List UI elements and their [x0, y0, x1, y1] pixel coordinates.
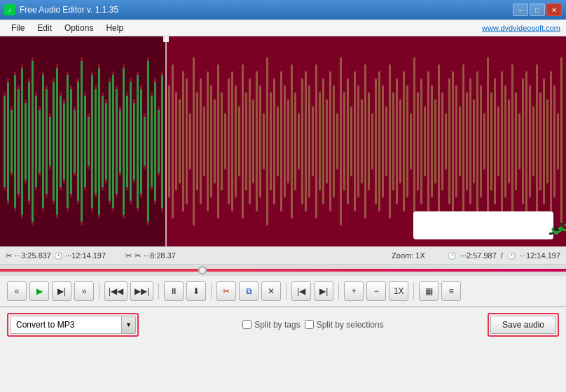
- svg-rect-73: [91, 75, 93, 208]
- convert-dropdown[interactable]: Convert to MP3 ▾: [10, 316, 136, 334]
- svg-rect-137: [319, 92, 321, 190]
- svg-rect-80: [116, 89, 118, 194]
- convert-dropdown-container: Convert to MP3 ▾: [7, 313, 139, 337]
- svg-rect-142: [336, 113, 338, 169]
- svg-rect-114: [238, 106, 240, 176]
- prev-mark-button[interactable]: |◀: [291, 281, 311, 301]
- separator-5: [338, 283, 339, 300]
- zoom-in-button[interactable]: +: [344, 281, 364, 301]
- rewind-back-button[interactable]: «: [7, 281, 27, 301]
- split-by-tags-checkbox-label[interactable]: Split by tags: [242, 320, 300, 330]
- svg-rect-58: [39, 110, 41, 173]
- slider-thumb[interactable]: [198, 266, 207, 274]
- minimize-button[interactable]: ─: [513, 4, 528, 16]
- svg-rect-206: [560, 57, 562, 225]
- svg-rect-176: [455, 85, 457, 197]
- svg-rect-198: [532, 106, 534, 176]
- menu-file[interactable]: File: [6, 22, 30, 34]
- svg-rect-120: [259, 85, 261, 197]
- save-audio-button[interactable]: Save audio: [490, 316, 556, 334]
- svg-rect-79: [112, 75, 114, 208]
- svg-rect-111: [228, 78, 230, 204]
- svg-rect-183: [480, 85, 482, 197]
- split-by-selections-checkbox-label[interactable]: Split by selections: [305, 320, 384, 330]
- svg-rect-78: [109, 82, 111, 201]
- waveform-area[interactable]: ماستر ايجي: [0, 36, 566, 246]
- forward-button[interactable]: »: [74, 281, 94, 301]
- split-by-selections-checkbox[interactable]: [305, 320, 314, 329]
- cut-button[interactable]: ✂: [216, 281, 236, 301]
- svg-rect-84: [130, 82, 132, 201]
- download-button[interactable]: ⬇: [186, 281, 206, 301]
- zoom-1x-button[interactable]: 1X: [389, 281, 408, 301]
- svg-rect-48: [4, 96, 6, 187]
- svg-rect-184: [483, 113, 485, 169]
- svg-rect-112: [231, 71, 233, 211]
- maximize-button[interactable]: □: [530, 4, 545, 16]
- convert-dropdown-arrow-icon[interactable]: ▾: [121, 316, 135, 333]
- time-info-bar: ✂ ···3:25.837 🕐 ···12:14.197 ✂ ✂ ···8:28…: [0, 246, 566, 265]
- skip-end-button[interactable]: ▶▶|: [130, 281, 153, 301]
- split-by-tags-checkbox[interactable]: [242, 320, 251, 329]
- svg-rect-197: [529, 85, 531, 197]
- svg-rect-177: [459, 106, 461, 176]
- svg-rect-129: [291, 64, 293, 218]
- convert-dropdown-text: Convert to MP3: [11, 320, 121, 330]
- next-mark-button[interactable]: ▶|: [314, 281, 333, 301]
- svg-rect-105: [207, 71, 209, 211]
- svg-rect-175: [452, 71, 454, 211]
- play-selection-button[interactable]: ▶|: [52, 281, 71, 301]
- svg-rect-160: [399, 99, 401, 183]
- svg-rect-196: [525, 71, 527, 211]
- menu-bar: File Edit Options Help www.dvdvideosoft.…: [0, 20, 566, 36]
- svg-rect-167: [424, 106, 426, 176]
- svg-rect-57: [35, 96, 37, 187]
- svg-rect-55: [28, 82, 30, 201]
- svg-rect-64: [60, 96, 62, 187]
- svg-rect-169: [431, 85, 433, 197]
- menu-help[interactable]: Help: [100, 22, 129, 34]
- scissors-icon-3: ✂: [134, 251, 141, 260]
- svg-rect-141: [333, 85, 335, 197]
- svg-rect-49: [7, 82, 9, 201]
- clock-icon-1: 🕐: [54, 252, 62, 260]
- svg-rect-123: [270, 92, 272, 190]
- window-controls: ─ □ ✕: [513, 4, 562, 16]
- svg-rect-125: [277, 106, 279, 176]
- close-button[interactable]: ✕: [546, 4, 562, 16]
- svg-rect-164: [413, 57, 415, 225]
- website-link[interactable]: www.dvdvideosoft.com: [482, 24, 560, 32]
- svg-rect-88: [144, 117, 146, 166]
- svg-rect-127: [284, 85, 286, 197]
- menu-edit[interactable]: Edit: [32, 22, 57, 34]
- svg-rect-62: [53, 82, 55, 201]
- pause-button[interactable]: ⏸: [164, 281, 184, 301]
- svg-rect-96: [175, 92, 177, 190]
- copy-button[interactable]: ⧉: [239, 281, 258, 301]
- svg-rect-121: [263, 113, 265, 169]
- play-button[interactable]: ▶: [29, 281, 49, 301]
- svg-rect-192: [511, 64, 513, 218]
- svg-rect-70: [81, 61, 83, 222]
- svg-rect-81: [119, 110, 121, 173]
- silence-button[interactable]: ✕: [261, 281, 281, 301]
- svg-rect-166: [420, 78, 422, 204]
- svg-rect-63: [56, 68, 58, 215]
- skip-start-button[interactable]: |◀◀: [104, 281, 127, 301]
- svg-rect-92: [158, 110, 160, 173]
- svg-rect-117: [249, 78, 251, 204]
- equalizer-button[interactable]: ≡: [441, 281, 461, 301]
- playback-slider[interactable]: [0, 265, 566, 276]
- svg-rect-93: [161, 75, 163, 208]
- scissors-icon-1: ✂: [6, 251, 12, 260]
- spectrogram-button[interactable]: ▦: [419, 281, 439, 301]
- title-bar-left: ♪ Free Audio Editor v. 1.1.35: [4, 4, 118, 15]
- svg-rect-205: [557, 113, 559, 169]
- svg-rect-181: [473, 99, 475, 183]
- menu-options[interactable]: Options: [59, 22, 99, 34]
- svg-rect-143: [340, 57, 342, 225]
- svg-rect-144: [343, 92, 345, 190]
- svg-rect-97: [179, 99, 181, 183]
- zoom-out-button[interactable]: −: [366, 281, 386, 301]
- svg-rect-51: [14, 75, 16, 208]
